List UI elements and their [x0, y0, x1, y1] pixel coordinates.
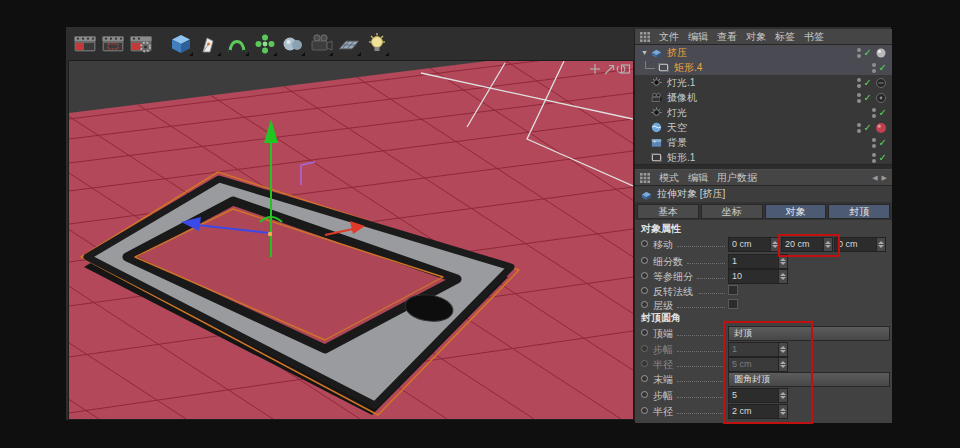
viewport-3d[interactable] — [68, 60, 634, 420]
object-row-rectangle-1[interactable]: 矩形.1 ✓ — [635, 150, 892, 165]
keyframe-dot[interactable] — [641, 240, 648, 247]
object-row-camera[interactable]: 摄像机 ✓ — [635, 90, 892, 105]
array-tool-icon[interactable] — [252, 31, 278, 57]
menu-edit[interactable]: 编辑 — [688, 171, 708, 185]
cap-end-dropdown[interactable]: 圆角封顶 — [728, 372, 890, 387]
object-label[interactable]: 矩形.4 — [674, 61, 702, 75]
property-label: 步幅 — [653, 389, 673, 403]
keyframe-dot[interactable] — [641, 375, 648, 382]
menu-user-data[interactable]: 用户数据 — [717, 171, 757, 185]
visibility-dots[interactable] — [857, 123, 861, 133]
object-row-sky[interactable]: 天空 ✓ — [635, 120, 892, 135]
cube-tool-icon[interactable] — [168, 31, 194, 57]
visibility-dots[interactable] — [872, 153, 876, 163]
menu-mode[interactable]: 模式 — [659, 171, 679, 185]
object-label[interactable]: 灯光.1 — [667, 76, 695, 90]
keyframe-dot[interactable] — [641, 272, 648, 279]
object-row-background[interactable]: 背景 ✓ — [635, 135, 892, 150]
flip-normals-checkbox[interactable] — [728, 285, 738, 295]
visibility-dots[interactable] — [872, 108, 876, 118]
material-tag-icon[interactable] — [875, 122, 887, 134]
visibility-dots[interactable] — [857, 48, 861, 58]
object-row-light[interactable]: 灯光 ✓ — [635, 105, 892, 120]
menu-tags[interactable]: 标签 — [775, 30, 795, 44]
visibility-dots[interactable] — [872, 63, 876, 73]
app-window: 文件 编辑 查看 对象 标签 书签 ▼ 挤压 ✓ 矩形.4 ✓ — [66, 27, 891, 420]
keyframe-dot[interactable] — [641, 407, 648, 414]
pen-tool-icon[interactable] — [196, 31, 222, 57]
cap-start-dropdown[interactable]: 封顶 — [728, 326, 890, 341]
enable-check-icon[interactable]: ✓ — [879, 138, 887, 148]
keyframe-dot[interactable] — [641, 257, 648, 264]
spinner — [778, 255, 787, 268]
back-arrow-icon[interactable]: ◀ — [872, 174, 877, 182]
enable-check-icon[interactable]: ✓ — [864, 78, 872, 88]
enable-check-icon[interactable]: ✓ — [864, 48, 872, 58]
keyframe-dot — [641, 345, 648, 352]
object-label[interactable]: 灯光 — [667, 106, 687, 120]
visibility-dots[interactable] — [872, 138, 876, 148]
object-label[interactable]: 矩形.1 — [667, 151, 695, 165]
render-region-icon[interactable] — [100, 31, 126, 57]
object-list: ▼ 挤压 ✓ 矩形.4 ✓ 灯光.1 ✓ 摄像机 ✓ — [635, 45, 892, 165]
keyframe-dot[interactable] — [641, 287, 648, 294]
enable-check-icon[interactable]: ✓ — [864, 123, 872, 133]
light-object-icon — [650, 76, 665, 89]
forward-arrow-icon[interactable]: ▶ — [882, 174, 887, 182]
visibility-dots[interactable] — [857, 78, 861, 88]
object-label[interactable]: 摄像机 — [667, 91, 697, 105]
tab-coordinates[interactable]: 坐标 — [701, 204, 763, 219]
move-y-field[interactable]: 20 cm — [781, 237, 833, 252]
move-z-field[interactable]: 0 cm — [834, 237, 886, 252]
tab-object[interactable]: 对象 — [765, 204, 827, 219]
compositing-tag-icon[interactable] — [875, 92, 887, 104]
object-row-rectangle-4[interactable]: 矩形.4 ✓ — [635, 60, 892, 75]
property-row-cap-end: 末端 圆角封顶 — [635, 371, 892, 387]
object-label[interactable]: 背景 — [667, 136, 687, 150]
object-label[interactable]: 天空 — [667, 121, 687, 135]
light-tool-icon[interactable] — [364, 31, 390, 57]
object-row-light-1[interactable]: 灯光.1 ✓ — [635, 75, 892, 90]
keyframe-dot[interactable] — [641, 391, 648, 398]
tab-caps[interactable]: 封顶 — [828, 204, 890, 219]
compositing-tag-icon[interactable] — [875, 77, 887, 89]
render-settings-icon[interactable] — [128, 31, 154, 57]
section-header-object-properties[interactable]: 对象属性 — [635, 222, 892, 236]
object-label[interactable]: 挤压 — [667, 46, 687, 60]
subdivision-field[interactable]: 1 — [728, 254, 788, 269]
menu-bookmarks[interactable]: 书签 — [804, 30, 824, 44]
menu-view[interactable]: 查看 — [717, 30, 737, 44]
enable-check-icon[interactable]: ✓ — [864, 93, 872, 103]
expand-arrow-icon[interactable]: ▼ — [639, 49, 650, 56]
menu-file[interactable]: 文件 — [659, 30, 679, 44]
visibility-dots[interactable] — [857, 93, 861, 103]
menu-object[interactable]: 对象 — [746, 30, 766, 44]
section-header-caps[interactable]: 封顶圆角 — [635, 311, 892, 325]
enable-check-icon[interactable]: ✓ — [879, 63, 887, 73]
attribute-tabs: 基本 坐标 对象 封顶 — [635, 202, 892, 220]
tab-basic[interactable]: 基本 — [637, 204, 699, 219]
camera-tool-icon[interactable] — [308, 31, 334, 57]
enable-check-icon[interactable]: ✓ — [879, 108, 887, 118]
fillet-steps-field[interactable]: 5 — [728, 388, 788, 403]
render-view-icon[interactable] — [72, 31, 98, 57]
property-row-hierarchy: 层级 — [635, 297, 892, 312]
phong-tag-icon[interactable] — [875, 47, 887, 59]
iso-subdivision-field[interactable]: 10 — [728, 269, 788, 284]
cap-radius-field: 5 cm — [728, 357, 788, 372]
hierarchy-checkbox[interactable] — [728, 299, 738, 309]
enable-check-icon[interactable]: ✓ — [879, 153, 887, 163]
keyframe-dot[interactable] — [641, 329, 648, 336]
spline-tool-icon[interactable] — [224, 31, 250, 57]
floor-tool-icon[interactable] — [336, 31, 362, 57]
menu-edit[interactable]: 编辑 — [688, 30, 708, 44]
panel-grid-icon[interactable] — [640, 173, 650, 183]
metaball-tool-icon[interactable] — [280, 31, 306, 57]
fillet-radius-field[interactable]: 2 cm — [728, 404, 788, 419]
keyframe-dot[interactable] — [641, 301, 648, 308]
panel-grid-icon[interactable] — [640, 32, 650, 42]
object-manager-menu: 文件 编辑 查看 对象 标签 书签 — [635, 29, 892, 45]
object-row-extrude[interactable]: ▼ 挤压 ✓ — [635, 45, 892, 60]
property-row-fillet-radius: 半径 2 cm — [635, 403, 892, 419]
move-x-field[interactable]: 0 cm — [728, 237, 780, 252]
